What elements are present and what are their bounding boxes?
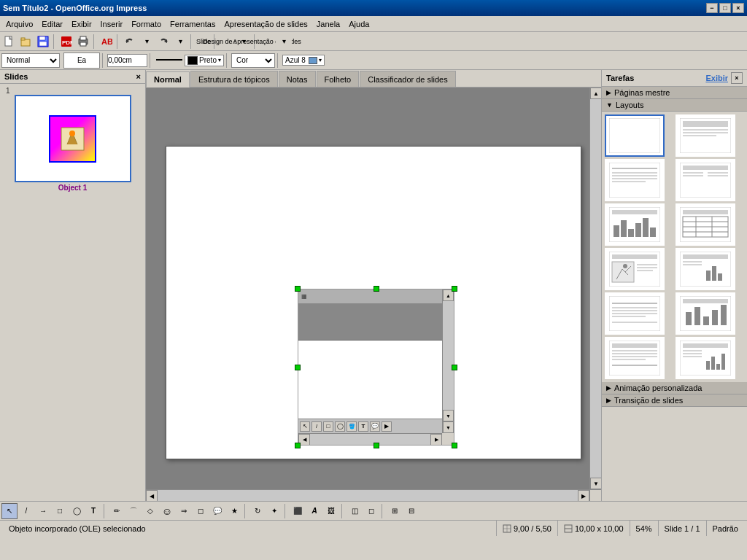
scroll-right-btn[interactable]: ▶ xyxy=(578,490,589,501)
ole-scroll-mid[interactable]: ▼ xyxy=(443,410,454,421)
handle-mr[interactable] xyxy=(452,365,457,370)
style-select[interactable]: Normal xyxy=(1,53,60,68)
draw-ellipse-btn[interactable]: ◯ xyxy=(69,503,85,519)
draw-line-btn[interactable]: / xyxy=(18,503,34,519)
new-button[interactable] xyxy=(1,34,18,50)
line-style-btn[interactable] xyxy=(155,52,184,69)
handle-br[interactable] xyxy=(452,443,457,448)
draw-3d-btn[interactable]: ◻ xyxy=(363,503,379,519)
ole-scrollbar-v[interactable]: ▲ ▼ ▼ xyxy=(442,289,454,433)
draw-insert-img-btn[interactable]: 🖼 xyxy=(323,503,339,519)
layout-text-chart[interactable] xyxy=(676,248,735,290)
layout-two-col[interactable] xyxy=(676,159,735,201)
undo-dropdown[interactable]: ▾ xyxy=(139,34,155,50)
draw-shadow-btn[interactable]: ◫ xyxy=(347,503,363,519)
layout-lines-3[interactable] xyxy=(605,337,665,379)
spell-button[interactable]: ABC xyxy=(98,34,115,50)
draw-flowchart-btn[interactable]: ◻ xyxy=(193,503,209,519)
menu-ferramentas[interactable]: Ferramentas xyxy=(166,18,220,30)
named-color-arrow[interactable]: ▾ xyxy=(319,57,322,63)
menu-ajuda[interactable]: Ajuda xyxy=(344,18,374,30)
draw-align-btn[interactable]: ⊟ xyxy=(403,503,419,519)
section-layouts[interactable]: ▼ Layouts xyxy=(602,99,747,112)
handle-tl[interactable] xyxy=(295,286,301,292)
tab-sorter[interactable]: Classificador de slides xyxy=(360,71,455,87)
scroll-up-btn[interactable]: ▲ xyxy=(590,88,601,99)
ole-tool-rect[interactable]: □ xyxy=(323,421,333,432)
position-input[interactable] xyxy=(107,54,147,67)
handle-tr[interactable] xyxy=(452,286,457,292)
ole-tool-fill[interactable]: 🪣 xyxy=(347,421,357,432)
layout-table[interactable] xyxy=(676,203,735,246)
layout-title-content[interactable] xyxy=(676,114,735,157)
ole-tool-line[interactable]: / xyxy=(311,421,322,432)
slide-preview-1[interactable] xyxy=(15,95,131,182)
ole-tool-more[interactable]: ▶ xyxy=(382,421,392,432)
menu-janela[interactable]: Janela xyxy=(312,18,344,30)
redo-dropdown[interactable]: ▾ xyxy=(172,34,188,50)
ole-scroll-right[interactable]: ▶ xyxy=(430,434,442,446)
tab-notes[interactable]: Notas xyxy=(279,71,316,87)
status-zoom[interactable]: 54% xyxy=(630,521,659,536)
color-dropdown-arrow[interactable]: ▾ xyxy=(218,57,221,63)
handle-ml[interactable] xyxy=(295,365,301,370)
layout-lines-1[interactable] xyxy=(605,159,665,201)
ole-tool-select[interactable]: ↖ xyxy=(300,421,310,432)
draw-rotate-btn[interactable]: ↻ xyxy=(249,503,266,519)
ole-object-container[interactable]: ▦ ▲ PROCEDIMENTO ↖ / □ xyxy=(298,289,454,446)
layout-blank[interactable] xyxy=(605,114,665,157)
handle-tc[interactable] xyxy=(374,286,379,292)
menu-arquivo[interactable]: Arquivo xyxy=(1,18,37,30)
draw-callouts-btn[interactable]: 💬 xyxy=(209,503,225,519)
pdf-button[interactable]: PDF xyxy=(58,34,74,50)
section-paginas-mestre[interactable]: ▶ Páginas mestre xyxy=(602,87,747,99)
handle-bl[interactable] xyxy=(295,443,301,448)
tab-normal[interactable]: Normal xyxy=(146,71,190,88)
scroll-down-btn[interactable]: ▼ xyxy=(590,478,601,489)
ole-tool-callout[interactable]: 💬 xyxy=(370,421,380,432)
menu-exibir[interactable]: Exibir xyxy=(67,18,96,30)
slide-canvas[interactable]: ▦ ▲ PROCEDIMENTO ↖ / □ xyxy=(166,146,581,459)
redo-button[interactable] xyxy=(155,34,171,50)
tab-handout[interactable]: Folheto xyxy=(317,71,360,87)
font-name-field[interactable]: Ea xyxy=(63,52,100,69)
save-button[interactable] xyxy=(35,34,51,50)
draw-rect-btn[interactable]: □ xyxy=(52,503,68,519)
open-button[interactable] xyxy=(18,34,34,50)
layout-chart-only[interactable] xyxy=(676,292,735,335)
menu-apresentacao[interactable]: Apresentação de slides xyxy=(220,18,311,30)
draw-curve-btn[interactable]: ⌒ xyxy=(125,503,142,519)
draw-basic-shapes-btn[interactable]: ◇ xyxy=(142,503,158,519)
tab-outline[interactable]: Estrutura de tópicos xyxy=(190,71,278,87)
undo-button[interactable] xyxy=(122,34,138,50)
canvas-scrollbar-h[interactable]: ◀ ▶ xyxy=(146,489,589,501)
draw-text-btn[interactable]: T xyxy=(85,503,101,519)
color-type-select[interactable]: Cor xyxy=(231,53,275,68)
tasks-close-btn[interactable]: × xyxy=(731,72,743,84)
ole-scroll-down[interactable]: ▼ xyxy=(443,421,454,433)
draw-fontwork-btn[interactable]: A xyxy=(306,503,322,519)
draw-toggle-extrusion-btn[interactable]: ⬛ xyxy=(290,503,306,519)
draw-block-arrows-btn[interactable]: ⇒ xyxy=(176,503,192,519)
draw-stars-btn[interactable]: ★ xyxy=(226,503,242,519)
draw-snap-btn[interactable]: ⊞ xyxy=(387,503,403,519)
layout-image-text[interactable] xyxy=(605,248,665,290)
menu-inserir[interactable]: Inserir xyxy=(96,18,128,30)
ole-white-area[interactable]: PROCEDIMENTO xyxy=(298,341,454,430)
draw-freehand-btn[interactable]: ✏ xyxy=(109,503,125,519)
section-animacao[interactable]: ▶ Animação personalizada xyxy=(602,382,747,394)
minimize-button[interactable]: − xyxy=(706,3,718,13)
ole-tool-ellipse[interactable]: ◯ xyxy=(335,421,345,432)
apresentacao-button[interactable]: ▾ xyxy=(276,34,292,50)
exibir-label[interactable]: Exibir xyxy=(705,74,728,82)
slides-panel-close[interactable]: × xyxy=(136,72,141,81)
menu-formato[interactable]: Formato xyxy=(127,18,166,30)
layout-lines-chart[interactable] xyxy=(676,337,735,379)
draw-points-btn[interactable]: ✦ xyxy=(266,503,282,519)
draw-sym-shapes-btn[interactable]: ☺ xyxy=(159,503,175,519)
layout-chart[interactable] xyxy=(605,203,665,246)
ole-scrollbar-h[interactable]: ◀ ▶ xyxy=(298,433,442,445)
ole-tool-text[interactable]: T xyxy=(358,421,368,432)
close-button[interactable]: × xyxy=(732,3,744,13)
slide-canvas-area[interactable]: ▲ ▼ ◀ ▶ xyxy=(146,88,601,501)
